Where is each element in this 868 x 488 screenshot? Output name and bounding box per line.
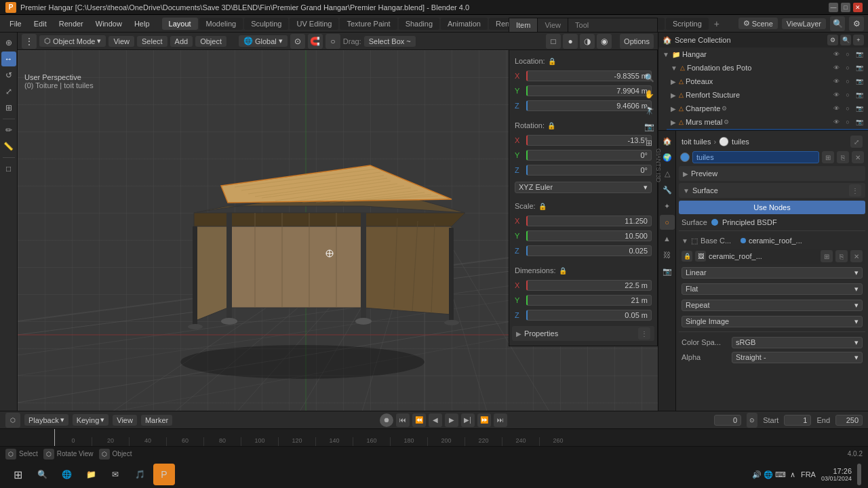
collection-item-charpente[interactable]: ▶ △ Charpente ⚙ 👁 ○ 📷 bbox=[667, 102, 868, 115]
props-tab-constraint[interactable]: ⛓ bbox=[660, 247, 675, 262]
workspace-uv-editing[interactable]: UV Editing bbox=[290, 18, 338, 30]
add-cube-tool[interactable]: □ bbox=[1, 161, 16, 176]
props-tab-material[interactable]: ○ bbox=[660, 215, 675, 230]
workspace-layout[interactable]: Layout bbox=[162, 18, 198, 30]
tex-unlink-btn[interactable]: ✕ bbox=[850, 250, 863, 262]
play-btn[interactable]: ▶ bbox=[445, 413, 458, 427]
rotation-y-value[interactable]: 0° bbox=[526, 150, 652, 161]
mat-unlink-btn[interactable]: ✕ bbox=[852, 151, 864, 163]
use-nodes-button[interactable]: Use Nodes bbox=[679, 201, 865, 214]
tray-expand-btn[interactable]: ∧ bbox=[790, 470, 795, 479]
status-rotate-icon[interactable]: ⬡ bbox=[43, 449, 54, 460]
f-eye[interactable]: 👁 bbox=[831, 63, 841, 73]
collection-item-murs-metal[interactable]: ▶ △ Murs metal ⚙ 👁 ○ 📷 bbox=[667, 115, 868, 129]
menu-edit[interactable]: Edit bbox=[28, 18, 52, 30]
end-frame-input[interactable] bbox=[835, 415, 863, 426]
workspace-modeling[interactable]: Modeling bbox=[199, 18, 243, 30]
menu-render[interactable]: Render bbox=[54, 18, 89, 30]
collection-item-poteaux[interactable]: ▶ △ Poteaux 👁 ○ 📷 bbox=[667, 75, 868, 88]
scene-add-btn[interactable]: + bbox=[853, 35, 864, 45]
dim-lock[interactable]: 🔒 bbox=[559, 267, 567, 274]
f-hide[interactable]: ○ bbox=[843, 63, 852, 73]
mat-browse-btn[interactable]: ⊞ bbox=[822, 151, 834, 163]
select-move-tool[interactable]: ↔ bbox=[1, 52, 16, 66]
view-btn[interactable]: View bbox=[113, 415, 137, 426]
media-btn[interactable]: 🎵 bbox=[129, 464, 151, 485]
viewport-shading-render[interactable]: ◉ bbox=[597, 34, 612, 49]
viewlayer-selector[interactable]: ViewLayer bbox=[782, 18, 826, 29]
tex-copy-btn[interactable]: ⎘ bbox=[835, 250, 848, 262]
scene-filter-btn[interactable]: ⚙ bbox=[827, 35, 838, 45]
f-render[interactable]: 📷 bbox=[854, 63, 864, 73]
p-eye[interactable]: 👁 bbox=[831, 77, 841, 86]
record-btn[interactable]: ⏺ bbox=[380, 413, 393, 427]
next-keyframe-btn[interactable]: ⏩ bbox=[477, 413, 491, 427]
jump-start-btn[interactable]: ⏮ bbox=[396, 413, 410, 427]
tex-img-btn[interactable]: 🖼 bbox=[695, 251, 706, 262]
scale-x-value[interactable]: 11.250 bbox=[526, 216, 652, 226]
props-tab-modifiers[interactable]: 🔧 bbox=[660, 182, 675, 197]
base-color-expand[interactable]: ▼ bbox=[682, 237, 688, 245]
viewport-menu-btn[interactable]: ⋮ bbox=[22, 34, 37, 49]
start-frame-input[interactable] bbox=[784, 415, 811, 426]
search-button[interactable]: 🔍 bbox=[830, 16, 845, 31]
collection-item-fondation[interactable]: ▼ △ Fondation des Poto 👁 ○ 📷 bbox=[667, 61, 868, 75]
c-hide[interactable]: ○ bbox=[843, 104, 852, 113]
viewport-shading-solid[interactable]: ● bbox=[563, 34, 578, 49]
search-taskbar-btn[interactable]: 🔍 bbox=[31, 464, 53, 485]
repeat-dropdown[interactable]: Repeat ▾ bbox=[682, 300, 863, 311]
surface-action-btn[interactable]: ⋮ bbox=[849, 184, 861, 197]
rotation-mode-dropdown[interactable]: XYZ Euler ▾ bbox=[515, 182, 652, 193]
scene-search-btn[interactable]: 🔍 bbox=[840, 35, 851, 45]
viewport-view-btn[interactable]: View bbox=[108, 36, 134, 47]
folder-btn[interactable]: 📁 bbox=[80, 464, 102, 485]
prev-keyframe-btn[interactable]: ⏪ bbox=[412, 413, 426, 427]
preview-section-header[interactable]: ▶ Preview bbox=[679, 166, 865, 181]
workspace-texture-paint[interactable]: Texture Paint bbox=[340, 18, 397, 30]
maximize-button[interactable]: □ bbox=[841, 3, 850, 12]
dim-y-value[interactable]: 21 m bbox=[526, 295, 652, 306]
keying-btn[interactable]: Keying ▾ bbox=[73, 414, 109, 426]
rotation-z-value[interactable]: 0° bbox=[526, 165, 652, 176]
n-tab-view[interactable]: View bbox=[538, 18, 568, 32]
snap-btn[interactable]: 🧲 bbox=[308, 34, 323, 49]
start-button[interactable]: ⊞ bbox=[7, 464, 28, 485]
dim-z-value[interactable]: 0.05 m bbox=[526, 310, 652, 321]
fps-indicator[interactable]: ⊙ bbox=[747, 413, 757, 428]
viewport-shading-wire[interactable]: □ bbox=[546, 34, 561, 49]
surface-section-header[interactable]: ▼ Surface ⋮ bbox=[679, 183, 865, 198]
status-mode-icon[interactable]: ⬡ bbox=[5, 449, 16, 460]
single-image-dropdown[interactable]: Single Image ▾ bbox=[682, 316, 863, 327]
r-eye[interactable]: 👁 bbox=[831, 90, 841, 100]
colorspace-dropdown[interactable]: sRGB ▾ bbox=[732, 337, 863, 348]
p-hide[interactable]: ○ bbox=[843, 77, 852, 86]
props-tab-data[interactable]: ▲ bbox=[660, 231, 675, 246]
status-object-icon[interactable]: ⬡ bbox=[99, 449, 110, 460]
current-frame-input[interactable] bbox=[714, 415, 741, 426]
workspace-sculpting[interactable]: Sculpting bbox=[244, 18, 288, 30]
n-tab-tool[interactable]: Tool bbox=[568, 18, 595, 32]
search-viewport-btn[interactable]: 🔍 bbox=[642, 70, 656, 85]
collection-item-renfort[interactable]: ▶ △ Renfort Stucture 👁 ○ 📷 bbox=[667, 88, 868, 102]
viewport-nav-btn[interactable]: ✋ bbox=[642, 87, 656, 102]
props-tab-render[interactable]: 📷 bbox=[660, 264, 675, 279]
viewport-shading-mat[interactable]: ◑ bbox=[580, 34, 595, 49]
tex-browse-btn[interactable]: ⊞ bbox=[821, 250, 833, 262]
location-z-value[interactable]: 9.4606 m bbox=[526, 100, 652, 111]
engine-selector[interactable]: ⚙ Scene bbox=[738, 18, 778, 29]
n-tab-item[interactable]: Item bbox=[509, 18, 538, 32]
mm-render[interactable]: 📷 bbox=[854, 117, 864, 127]
mm-hide[interactable]: ○ bbox=[843, 117, 852, 127]
alpha-dropdown[interactable]: Straight - ▾ bbox=[732, 352, 863, 363]
scale-tool[interactable]: ⤢ bbox=[1, 84, 16, 99]
timeline-type-btn[interactable]: ⬡ bbox=[5, 413, 20, 428]
annotate-tool[interactable]: ✏ bbox=[1, 123, 16, 138]
explorer-btn[interactable]: 🌐 bbox=[56, 464, 77, 485]
props-tab-scene[interactable]: 🏠 bbox=[660, 134, 675, 148]
scale-y-value[interactable]: 10.500 bbox=[526, 230, 652, 241]
vis-hide-btn[interactable]: ○ bbox=[843, 49, 852, 59]
close-button[interactable]: ✕ bbox=[853, 3, 863, 12]
orientation-selector[interactable]: 🌐 Global ▾ bbox=[239, 35, 288, 47]
workspace-shading[interactable]: Shading bbox=[399, 18, 439, 30]
marker-btn[interactable]: Marker bbox=[141, 415, 172, 426]
